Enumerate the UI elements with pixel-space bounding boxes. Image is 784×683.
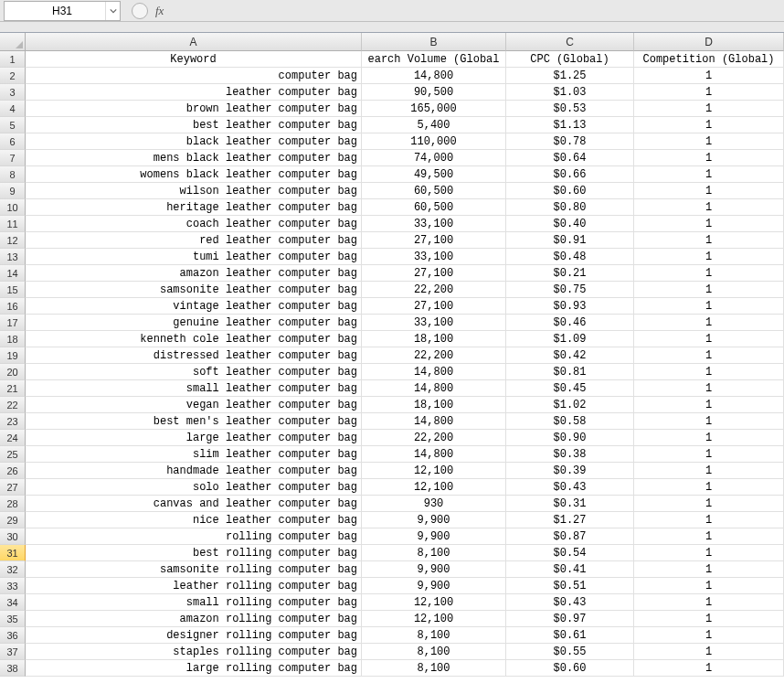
cell[interactable]: 22,200	[362, 347, 506, 364]
row-header[interactable]: 25	[0, 446, 26, 463]
cell[interactable]: $0.40	[506, 216, 634, 232]
cell[interactable]: 14,800	[362, 413, 506, 430]
cell[interactable]: best men's leather computer bag	[26, 413, 362, 430]
header-cell[interactable]: earch Volume (Global	[362, 51, 506, 68]
cell[interactable]: $0.87	[506, 528, 634, 545]
row-header[interactable]: 4	[0, 101, 26, 117]
cell[interactable]: genuine leather computer bag	[26, 315, 362, 331]
cell[interactable]: 1	[634, 644, 784, 660]
cell[interactable]: $1.25	[506, 68, 634, 84]
cell[interactable]: $0.81	[506, 364, 634, 380]
cell[interactable]: 14,800	[362, 446, 506, 463]
cell[interactable]: 1	[634, 331, 784, 347]
row-header[interactable]: 21	[0, 380, 26, 397]
name-box-dropdown[interactable]	[105, 2, 120, 20]
cell[interactable]: 1	[634, 446, 784, 463]
cell[interactable]: rolling computer bag	[26, 528, 362, 545]
row-header[interactable]: 16	[0, 298, 26, 315]
cell[interactable]: $0.41	[506, 561, 634, 578]
cell[interactable]: 1	[634, 216, 784, 232]
cell[interactable]: slim leather computer bag	[26, 446, 362, 463]
row-header[interactable]: 17	[0, 315, 26, 331]
cell[interactable]: $0.46	[506, 315, 634, 331]
cell[interactable]: red leather computer bag	[26, 232, 362, 249]
cell[interactable]: 1	[634, 101, 784, 117]
cell[interactable]: $1.03	[506, 84, 634, 101]
cell[interactable]: 22,200	[362, 282, 506, 298]
row-header[interactable]: 15	[0, 282, 26, 298]
cell[interactable]: 8,100	[362, 545, 506, 561]
cell[interactable]: $0.61	[506, 627, 634, 644]
cell[interactable]: $0.51	[506, 578, 634, 594]
cell[interactable]: 14,800	[362, 380, 506, 397]
cell[interactable]: 1	[634, 84, 784, 101]
cell[interactable]: 74,000	[362, 150, 506, 166]
row-header[interactable]: 12	[0, 232, 26, 249]
cell[interactable]: 22,200	[362, 430, 506, 446]
row-header[interactable]: 32	[0, 561, 26, 578]
cell[interactable]: 1	[634, 265, 784, 282]
row-header[interactable]: 36	[0, 627, 26, 644]
cell[interactable]: 1	[634, 68, 784, 84]
row-header[interactable]: 31	[0, 545, 26, 561]
row-header[interactable]: 6	[0, 133, 26, 150]
header-cell[interactable]: CPC (Global)	[506, 51, 634, 68]
cell[interactable]: small leather computer bag	[26, 380, 362, 397]
cell[interactable]: 1	[634, 315, 784, 331]
cell[interactable]: 1	[634, 380, 784, 397]
cell[interactable]: $0.58	[506, 413, 634, 430]
cell[interactable]: $0.21	[506, 265, 634, 282]
cell[interactable]: designer rolling computer bag	[26, 627, 362, 644]
cell[interactable]: 1	[634, 183, 784, 199]
cell[interactable]: $0.42	[506, 347, 634, 364]
cell[interactable]: 1	[634, 496, 784, 512]
cell[interactable]: 9,900	[362, 528, 506, 545]
cell[interactable]: nice leather computer bag	[26, 512, 362, 528]
cell[interactable]: distressed leather computer bag	[26, 347, 362, 364]
cell[interactable]: 1	[634, 117, 784, 133]
formula-input[interactable]	[171, 2, 784, 20]
cell[interactable]: 930	[362, 496, 506, 512]
cell[interactable]: tumi leather computer bag	[26, 249, 362, 265]
column-header-D[interactable]: D	[634, 33, 784, 51]
cell[interactable]: $0.53	[506, 101, 634, 117]
cell[interactable]: $0.93	[506, 298, 634, 315]
row-header[interactable]: 38	[0, 660, 26, 677]
row-header[interactable]: 24	[0, 430, 26, 446]
cell[interactable]: 1	[634, 561, 784, 578]
cell[interactable]: 60,500	[362, 183, 506, 199]
row-header[interactable]: 22	[0, 397, 26, 413]
cell[interactable]: solo leather computer bag	[26, 479, 362, 496]
cell[interactable]: $0.60	[506, 660, 634, 677]
cell[interactable]: canvas and leather computer bag	[26, 496, 362, 512]
cell[interactable]: $0.64	[506, 150, 634, 166]
cell[interactable]: soft leather computer bag	[26, 364, 362, 380]
cell[interactable]: 12,100	[362, 594, 506, 611]
cell[interactable]: 1	[634, 512, 784, 528]
fx-label[interactable]: fx	[155, 4, 164, 18]
cell[interactable]: 12,100	[362, 479, 506, 496]
cell[interactable]: 18,100	[362, 331, 506, 347]
row-header[interactable]: 18	[0, 331, 26, 347]
row-header[interactable]: 30	[0, 528, 26, 545]
cell[interactable]: 1	[634, 430, 784, 446]
cell[interactable]: 5,400	[362, 117, 506, 133]
cell[interactable]: 1	[634, 199, 784, 216]
cell[interactable]: black leather computer bag	[26, 133, 362, 150]
cell[interactable]: 14,800	[362, 68, 506, 84]
row-header[interactable]: 11	[0, 216, 26, 232]
cell[interactable]: 1	[634, 249, 784, 265]
cell[interactable]: best rolling computer bag	[26, 545, 362, 561]
cell[interactable]: 1	[634, 397, 784, 413]
cell[interactable]: 1	[634, 545, 784, 561]
row-header[interactable]: 37	[0, 644, 26, 660]
cell[interactable]: 1	[634, 660, 784, 677]
cell[interactable]: 60,500	[362, 199, 506, 216]
cell[interactable]: 27,100	[362, 265, 506, 282]
cell[interactable]: staples rolling computer bag	[26, 644, 362, 660]
cell[interactable]: 33,100	[362, 249, 506, 265]
cell[interactable]: wilson leather computer bag	[26, 183, 362, 199]
cell[interactable]: $0.78	[506, 133, 634, 150]
cell[interactable]: 9,900	[362, 578, 506, 594]
row-header[interactable]: 13	[0, 249, 26, 265]
